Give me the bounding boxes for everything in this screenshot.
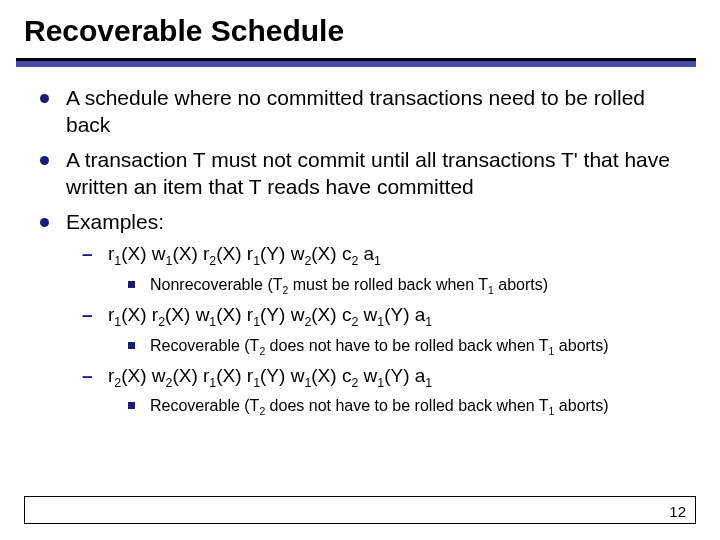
example-1-notes: Nonrecoverable (T2 must be rolled back w… (108, 274, 684, 298)
bullet-list: A schedule where no committed transactio… (40, 85, 684, 419)
example-2-notes: Recoverable (T2 does not have to be roll… (108, 335, 684, 359)
example-2: r1(X) r2(X) w1(X) r1(Y) w2(X) c2 w1(Y) a… (82, 302, 684, 359)
example-2-sequence: r1(X) r2(X) w1(X) r1(Y) w2(X) c2 w1(Y) a… (108, 304, 432, 325)
bullet-1: A schedule where no committed transactio… (40, 85, 684, 139)
example-3: r2(X) w2(X) r1(X) r1(Y) w1(X) c2 w1(Y) a… (82, 363, 684, 420)
page-number: 12 (669, 503, 686, 520)
bullet-2: A transaction T must not commit until al… (40, 147, 684, 201)
page-title: Recoverable Schedule (0, 0, 720, 58)
footer-box (24, 496, 696, 524)
example-1: r1(X) w1(X) r2(X) r1(Y) w2(X) c2 a1 Nonr… (82, 241, 684, 298)
example-3-notes: Recoverable (T2 does not have to be roll… (108, 395, 684, 419)
bullet-3-label: Examples: (66, 210, 164, 233)
example-3-sequence: r2(X) w2(X) r1(X) r1(Y) w1(X) c2 w1(Y) a… (108, 365, 432, 386)
example-3-note: Recoverable (T2 does not have to be roll… (128, 395, 684, 419)
examples-list: r1(X) w1(X) r2(X) r1(Y) w2(X) c2 a1 Nonr… (66, 241, 684, 419)
example-2-note: Recoverable (T2 does not have to be roll… (128, 335, 684, 359)
example-1-sequence: r1(X) w1(X) r2(X) r1(Y) w2(X) c2 a1 (108, 243, 381, 264)
example-1-note: Nonrecoverable (T2 must be rolled back w… (128, 274, 684, 298)
slide: Recoverable Schedule A schedule where no… (0, 0, 720, 540)
bullet-3: Examples: r1(X) w1(X) r2(X) r1(Y) w2(X) … (40, 209, 684, 420)
content-area: A schedule where no committed transactio… (0, 67, 720, 419)
